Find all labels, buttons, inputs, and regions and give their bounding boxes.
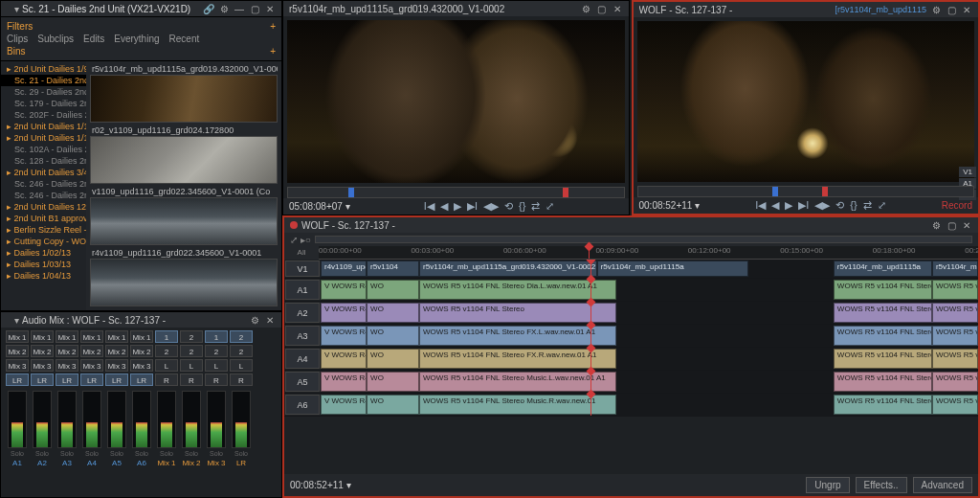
transport-button[interactable]: ▶I [467, 200, 478, 213]
mix-assign-button[interactable]: Mix 1 [130, 330, 153, 343]
gear-icon[interactable]: ⚙ [581, 3, 592, 14]
zoom-label[interactable]: ⤢ ▸○ [290, 235, 311, 245]
link-icon[interactable]: 🔗 [203, 3, 214, 14]
track-lane[interactable]: V WOWS R4 v1109WOWOWS R5 v1104 FNL Stere… [321, 394, 978, 416]
playhead[interactable] [589, 246, 590, 259]
mix-assign-button[interactable]: 2 [180, 345, 203, 357]
transport-button[interactable]: ⇄ [531, 200, 540, 213]
chevron-down-icon[interactable]: ▾ [11, 314, 22, 326]
maximize-icon[interactable]: ▢ [946, 219, 957, 231]
mix-assign-button[interactable]: R [205, 374, 228, 386]
mix-assign-button[interactable]: Mix 3 [56, 359, 78, 372]
timeline-clip[interactable]: WO [367, 349, 419, 369]
mix-assign-button[interactable]: Mix 2 [56, 345, 78, 357]
timeline-clip[interactable]: r5v1104r_mb_upd1115a [597, 260, 748, 277]
timeline-clip[interactable]: WOWS R5 v1104 FNL Stereo Dia.L.wav.new.0… [419, 280, 616, 300]
tree-item[interactable]: ▸ 2nd Unit Dailies 1/18/13 [1, 132, 86, 144]
mix-assign-button[interactable]: Mix 1 [105, 330, 128, 343]
transport-button[interactable]: ◀ [771, 199, 779, 212]
fader-strip[interactable]: SoloLR [230, 391, 253, 467]
tree-item[interactable]: Sc. 21 - Dailies 2nd Unit [1, 75, 86, 86]
zoom-bar[interactable] [315, 236, 972, 243]
timeline-clip[interactable]: WO [367, 395, 419, 415]
tree-item[interactable]: Sc. 179 - Dailies 2nd U [1, 98, 86, 109]
mix-assign-button[interactable]: Mix 2 [31, 345, 54, 357]
timeline-clip[interactable]: WOWS R5 v1104 FNL Stereo Dia.R.w [834, 303, 932, 323]
fader-strip[interactable]: SoloA3 [56, 391, 78, 467]
mix-assign-button[interactable]: 2 [230, 345, 253, 357]
transport-button[interactable]: ⤢ [878, 199, 886, 212]
tree-item[interactable]: ▸ 2nd Unit Dailies 1/15/13 [1, 121, 86, 132]
mix-assign-button[interactable]: R [155, 374, 178, 386]
mix-assign-button[interactable]: LR [6, 374, 29, 386]
track-header[interactable]: A5 [285, 372, 320, 392]
mix-assign-button[interactable]: Mix 1 [6, 330, 29, 343]
timeline-clip[interactable]: r5v1104r_mb_upd1115a_grd019.432000_V1-00… [419, 260, 596, 277]
fader-strip[interactable]: SoloA2 [31, 391, 54, 467]
record-label[interactable]: Record [942, 200, 972, 211]
timeline-clip[interactable]: V WOWS R4 v1109 [321, 303, 367, 323]
timeline-clip[interactable]: WOWS R5 v1104 FNL Stereo Music.L.wav.new… [419, 372, 616, 392]
track-header[interactable]: A1 [285, 280, 320, 300]
tree-item[interactable]: ▸ Cutting Copy - WOLF [1, 236, 86, 247]
track-lane[interactable]: V WOWS R4 v1109WOWOWS R5 v1104 FNL Stere… [321, 325, 978, 347]
transport-button[interactable]: ◀▶ [483, 200, 499, 213]
timeline-clip[interactable]: WOWS R5 v1104 [932, 303, 978, 323]
ruler-all-button[interactable]: All [284, 246, 319, 260]
playhead[interactable] [590, 394, 591, 416]
timeline-clip[interactable]: WOWS R5 v110 [932, 349, 978, 369]
track-lane[interactable]: V WOWS R4 v1109WOWOWS R5 v1104 FNL Stere… [321, 302, 978, 324]
track-lane[interactable]: V WOWS R4 v1109WOWOWS R5 v1104 FNL Stere… [321, 279, 978, 301]
maximize-icon[interactable]: ▢ [249, 3, 260, 14]
transport-button[interactable]: ▶ [785, 199, 792, 212]
advanced-button[interactable]: Advanced [913, 477, 972, 493]
filters-label[interactable]: Filters [7, 21, 33, 32]
track-header[interactable]: A3 [285, 326, 320, 346]
mix-assign-button[interactable]: R [230, 374, 253, 386]
mix-assign-button[interactable]: Mix 3 [130, 359, 153, 372]
timeline-clip[interactable]: WOWS R5 v1104 FNL Stereo FX.R.wa [834, 349, 932, 369]
effects-button[interactable]: Effects.. [856, 477, 907, 493]
tree-item[interactable]: ▸ Dailies 1/03/13 [1, 259, 86, 270]
gear-icon[interactable]: ⚙ [930, 4, 942, 15]
fader-strip[interactable]: SoloA6 [130, 391, 153, 467]
timeline-clip[interactable]: V WOWS R4 v1109 [321, 395, 367, 415]
source-scrub-bar[interactable] [287, 187, 625, 198]
mix-assign-button[interactable]: L [180, 359, 203, 372]
source-viewer-frame[interactable] [287, 20, 625, 183]
minimize-icon[interactable]: — [234, 3, 245, 14]
mix-assign-button[interactable]: Mix 3 [6, 359, 29, 372]
mix-assign-button[interactable]: LR [31, 374, 54, 386]
transport-button[interactable]: ⤢ [546, 200, 554, 213]
clip-thumbnail[interactable]: r4v1109_upd1116_grd022.345600_V1-0001 [90, 247, 278, 306]
transport-button[interactable]: ◀ [440, 200, 448, 213]
record-scrub-bar[interactable] [637, 186, 975, 197]
tree-item[interactable]: Sc. 202F - Dailies 2nd U [1, 109, 86, 121]
timeline-timecode[interactable]: 00:08:52+11 ▾ [290, 480, 351, 490]
transport-button[interactable]: ◀▶ [814, 199, 830, 212]
timeline-clip[interactable]: V WOWS R4 v1109 [321, 280, 367, 300]
timeline-clip[interactable]: WOWS R5 v1104 FNL Stereo FX.R.wav.new.01… [419, 349, 616, 369]
tree-item[interactable]: ▸ Dailies 1/04/13 [1, 270, 86, 282]
tree-item[interactable]: Sc. 29 - Dailies 2nd Unit [1, 86, 86, 98]
mix-assign-button[interactable]: 2 [155, 345, 178, 357]
tree-item[interactable]: ▸ 2nd Unit B1 approved - Pt [1, 213, 86, 224]
fader-strip[interactable]: SoloA1 [6, 391, 29, 467]
timeline-clip[interactable]: WOWS R5 v1104 [932, 280, 978, 300]
tree-item[interactable]: ▸ Dailies 1/02/13 [1, 247, 86, 259]
tree-item[interactable]: Sc. 128 - Dailies 2nd Unit [1, 155, 86, 167]
close-icon[interactable]: ✕ [961, 219, 972, 231]
mix-assign-button[interactable]: Mix 2 [80, 345, 103, 357]
bins-tab[interactable]: Clips [7, 34, 28, 44]
mix-assign-button[interactable]: LR [130, 374, 153, 386]
mix-assign-button[interactable]: Mix 1 [80, 330, 103, 343]
close-icon[interactable]: ✕ [264, 314, 276, 326]
mix-assign-button[interactable]: Mix 3 [105, 359, 128, 372]
track-lane[interactable]: r4v1109_upd1116_grdr5v1104r5v1104r_mb_up… [321, 260, 978, 278]
mix-assign-button[interactable]: LR [105, 374, 128, 386]
bins-tab[interactable]: Recent [169, 34, 200, 44]
fader-strip[interactable]: SoloMix 3 [205, 391, 228, 467]
ungroup-button[interactable]: Ungrp [806, 477, 849, 493]
tree-item[interactable]: ▸ 2nd Unit Dailies 12/18/12 [1, 201, 86, 213]
timeline-clip[interactable]: r5v1104 [367, 260, 419, 277]
